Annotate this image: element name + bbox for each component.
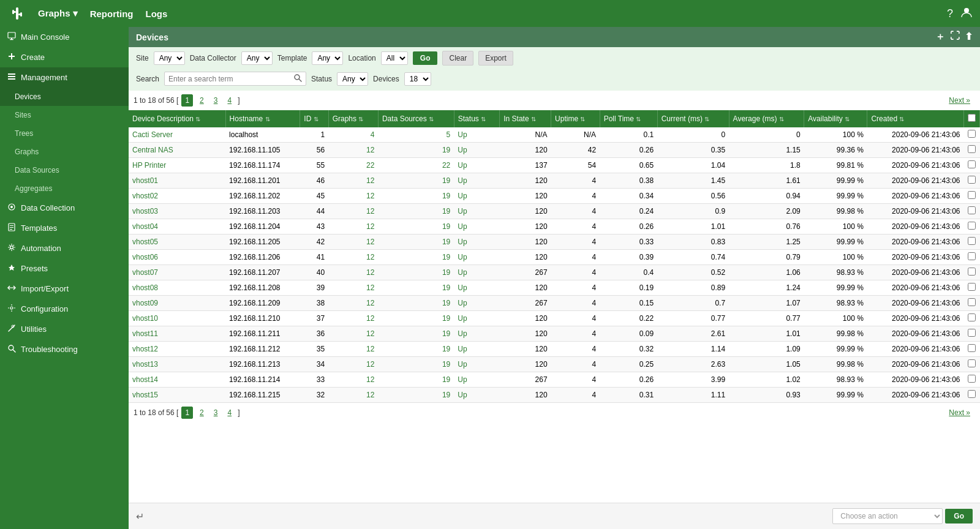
device-desc-cell[interactable]: vhost15 (129, 388, 225, 403)
row-checkbox[interactable] (968, 252, 976, 260)
row-checkbox-cell[interactable] (964, 265, 980, 280)
data-sources-cell[interactable]: 19 (378, 250, 454, 265)
row-checkbox[interactable] (968, 390, 976, 398)
graphs-cell[interactable]: 12 (328, 357, 378, 372)
data-sources-cell[interactable]: 19 (378, 296, 454, 311)
col-checkbox-all[interactable] (964, 110, 980, 127)
device-desc-cell[interactable]: vhost05 (129, 234, 225, 250)
row-checkbox[interactable] (968, 298, 976, 306)
device-desc-cell[interactable]: Central NAS (129, 143, 225, 158)
data-sources-cell[interactable]: 5 (378, 127, 454, 143)
data-sources-cell[interactable]: 19 (378, 326, 454, 342)
sidebar-item-main-console[interactable]: Main Console (0, 27, 129, 47)
page-3-link-bottom[interactable]: 3 (211, 407, 221, 418)
status-select[interactable]: Any (337, 72, 368, 86)
data-sources-cell[interactable]: 19 (378, 265, 454, 280)
graphs-cell[interactable]: 12 (328, 388, 378, 403)
row-checkbox[interactable] (968, 344, 976, 352)
page-2-link-top[interactable]: 2 (197, 95, 207, 106)
data-sources-cell[interactable]: 19 (378, 342, 454, 357)
graphs-cell[interactable]: 12 (328, 265, 378, 280)
row-checkbox-cell[interactable] (964, 388, 980, 403)
device-desc-cell[interactable]: vhost10 (129, 311, 225, 326)
device-desc-cell[interactable]: vhost08 (129, 280, 225, 296)
clear-button[interactable]: Clear (442, 51, 473, 66)
data-sources-cell[interactable]: 19 (378, 372, 454, 388)
collapse-icon[interactable]: ⬆ (965, 31, 973, 43)
row-checkbox[interactable] (968, 206, 976, 214)
row-checkbox-cell[interactable] (964, 127, 980, 143)
page-4-link-top[interactable]: 4 (224, 95, 235, 106)
col-graphs[interactable]: Graphs ⇅ (328, 110, 378, 127)
page-1-link-top[interactable]: 1 (181, 94, 193, 107)
row-checkbox-cell[interactable] (964, 219, 980, 234)
template-select[interactable]: Any (312, 51, 343, 65)
device-desc-cell[interactable]: vhost13 (129, 357, 225, 372)
row-checkbox-cell[interactable] (964, 357, 980, 372)
data-sources-cell[interactable]: 19 (378, 219, 454, 234)
col-hostname[interactable]: Hostname ⇅ (225, 110, 300, 127)
action-go-button[interactable]: Go (945, 509, 973, 523)
graphs-cell[interactable]: 22 (328, 158, 378, 173)
data-sources-cell[interactable]: 19 (378, 189, 454, 204)
graphs-cell[interactable]: 12 (328, 250, 378, 265)
row-checkbox-cell[interactable] (964, 372, 980, 388)
sidebar-item-presets[interactable]: Presets (0, 258, 129, 279)
next-page-bottom[interactable]: Next » (949, 408, 975, 417)
device-desc-cell[interactable]: vhost09 (129, 296, 225, 311)
row-checkbox[interactable] (968, 176, 976, 184)
sidebar-item-templates[interactable]: Templates (0, 218, 129, 238)
nav-reporting[interactable]: Reporting (84, 6, 140, 21)
data-sources-cell[interactable]: 19 (378, 204, 454, 219)
search-input[interactable] (168, 75, 291, 83)
data-sources-cell[interactable]: 22 (378, 158, 454, 173)
sidebar-item-graphs[interactable]: Graphs (0, 143, 129, 161)
graphs-cell[interactable]: 12 (328, 280, 378, 296)
col-current[interactable]: Current (ms) ⇅ (657, 110, 729, 127)
row-checkbox[interactable] (968, 283, 976, 291)
search-icon[interactable] (293, 73, 302, 84)
col-in-state[interactable]: In State ⇅ (500, 110, 551, 127)
site-select[interactable]: Any (154, 51, 185, 65)
row-checkbox[interactable] (968, 237, 976, 245)
device-desc-cell[interactable]: vhost11 (129, 326, 225, 342)
nav-graphs[interactable]: Graphs ▾ (32, 6, 84, 21)
help-icon[interactable]: ? (947, 7, 953, 20)
data-sources-cell[interactable]: 19 (378, 143, 454, 158)
row-checkbox-cell[interactable] (964, 311, 980, 326)
row-checkbox-cell[interactable] (964, 342, 980, 357)
sidebar-item-import-export[interactable]: Import/Export (0, 279, 129, 299)
row-checkbox-cell[interactable] (964, 250, 980, 265)
user-icon[interactable] (960, 6, 973, 21)
graphs-cell[interactable]: 12 (328, 219, 378, 234)
data-collector-select[interactable]: Any (241, 51, 273, 65)
data-sources-cell[interactable]: 19 (378, 234, 454, 250)
device-desc-cell[interactable]: vhost03 (129, 204, 225, 219)
graphs-cell[interactable]: 12 (328, 311, 378, 326)
fullscreen-icon[interactable]: ⛶ (950, 31, 960, 43)
row-checkbox-cell[interactable] (964, 143, 980, 158)
col-device-description[interactable]: Device Description ⇅ (129, 110, 225, 127)
row-checkbox[interactable] (968, 130, 976, 138)
row-checkbox[interactable] (968, 268, 976, 276)
row-checkbox[interactable] (968, 375, 976, 383)
nav-logs[interactable]: Logs (140, 6, 174, 21)
device-desc-cell[interactable]: Cacti Server (129, 127, 225, 143)
row-checkbox-cell[interactable] (964, 204, 980, 219)
col-poll-time[interactable]: Poll Time ⇅ (600, 110, 657, 127)
graphs-cell[interactable]: 12 (328, 189, 378, 204)
location-select[interactable]: All (381, 51, 408, 65)
row-checkbox-cell[interactable] (964, 173, 980, 189)
data-sources-cell[interactable]: 19 (378, 357, 454, 372)
graphs-cell[interactable]: 12 (328, 342, 378, 357)
graphs-cell[interactable]: 12 (328, 326, 378, 342)
sidebar-item-trees[interactable]: Trees (0, 124, 129, 143)
page-1-link-bottom[interactable]: 1 (181, 407, 193, 419)
row-checkbox-cell[interactable] (964, 280, 980, 296)
sidebar-item-management[interactable]: Management (0, 67, 129, 88)
sidebar-item-troubleshooting[interactable]: Troubleshooting (0, 339, 129, 359)
graphs-cell[interactable]: 12 (328, 372, 378, 388)
sidebar-item-data-collection[interactable]: Data Collection (0, 198, 129, 218)
graphs-cell[interactable]: 12 (328, 234, 378, 250)
row-checkbox[interactable] (968, 222, 976, 230)
